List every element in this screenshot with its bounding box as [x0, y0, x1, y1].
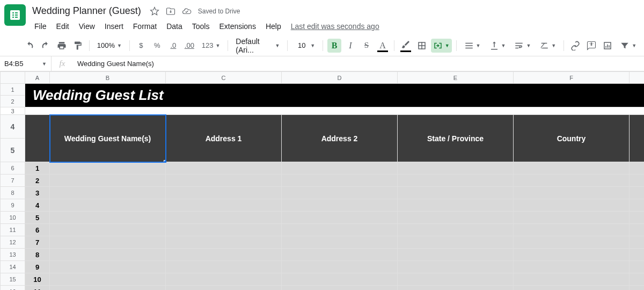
inc-decimal-button[interactable]: .00 [182, 39, 196, 53]
cell[interactable] [514, 187, 630, 199]
cell[interactable] [398, 286, 514, 291]
cell[interactable] [166, 199, 282, 212]
star-icon[interactable] [150, 6, 159, 16]
merge-cells-button[interactable]: ▼ [431, 39, 452, 53]
cell[interactable] [630, 199, 645, 212]
cell[interactable] [282, 273, 398, 286]
cell[interactable] [166, 162, 282, 175]
col-header-extra[interactable] [630, 72, 645, 84]
cell[interactable] [166, 187, 282, 199]
cloud-saved-icon[interactable] [182, 6, 192, 16]
italic-button[interactable]: I [343, 39, 357, 53]
col-header-D[interactable]: D [282, 72, 398, 84]
cell[interactable] [630, 236, 645, 249]
row-header-4[interactable]: 4 [1, 115, 25, 139]
chart-button[interactable] [601, 39, 614, 53]
borders-button[interactable] [415, 39, 429, 53]
cell[interactable] [25, 107, 645, 115]
menu-help[interactable]: Help [261, 20, 286, 33]
rotate-button[interactable]: ▼ [536, 39, 559, 53]
cell[interactable] [166, 175, 282, 187]
guest-num-cell[interactable]: 5 [25, 212, 50, 224]
cell[interactable] [50, 199, 166, 212]
row-header-8[interactable]: 8 [1, 187, 25, 199]
cell[interactable] [630, 175, 645, 187]
sheets-app-icon[interactable] [4, 4, 26, 26]
guest-num-cell[interactable]: 7 [25, 236, 50, 249]
col-header-E[interactable]: E [398, 72, 514, 84]
header-cell-names[interactable]: Wedding Guest Name(s) [50, 115, 166, 162]
font-size-select[interactable]: 10▼ [292, 39, 318, 53]
row-header-11[interactable]: 11 [1, 224, 25, 236]
cell[interactable] [282, 236, 398, 249]
cell[interactable] [398, 175, 514, 187]
guest-num-cell[interactable]: 9 [25, 261, 50, 273]
wrap-button[interactable]: ▼ [511, 39, 534, 53]
halign-button[interactable]: ▼ [461, 39, 484, 53]
cell[interactable] [514, 162, 630, 175]
cell[interactable] [630, 187, 645, 199]
cell[interactable] [166, 224, 282, 236]
cell[interactable] [282, 224, 398, 236]
menu-file[interactable]: File [30, 20, 51, 33]
header-cell-country[interactable]: Country [514, 115, 630, 162]
menu-format[interactable]: Format [129, 20, 161, 33]
cell[interactable] [50, 162, 166, 175]
strikethrough-button[interactable]: S [360, 39, 374, 53]
cell[interactable] [166, 236, 282, 249]
text-color-button[interactable]: A [376, 39, 390, 53]
move-icon[interactable] [166, 6, 175, 16]
cell[interactable] [630, 249, 645, 261]
cell[interactable] [398, 162, 514, 175]
col-header-B[interactable]: B [50, 72, 166, 84]
cell[interactable] [282, 175, 398, 187]
cell[interactable] [398, 212, 514, 224]
paint-format-button[interactable] [71, 39, 85, 53]
col-header-A[interactable]: A [25, 72, 50, 84]
menu-tools[interactable]: Tools [188, 20, 214, 33]
cell[interactable] [282, 199, 398, 212]
percent-button[interactable]: % [150, 39, 164, 53]
row-header-1[interactable]: 1 [1, 84, 25, 96]
cell[interactable] [630, 115, 645, 162]
cell[interactable] [50, 261, 166, 273]
row-header-13[interactable]: 13 [1, 249, 25, 261]
redo-button[interactable] [39, 39, 53, 53]
cell[interactable] [50, 286, 166, 291]
row-header-3[interactable]: 3 [1, 107, 25, 115]
cell[interactable] [166, 273, 282, 286]
cell[interactable] [398, 273, 514, 286]
cell[interactable] [630, 273, 645, 286]
cell[interactable] [630, 261, 645, 273]
header-cell-addr1[interactable]: Address 1 [166, 115, 282, 162]
cell[interactable] [514, 261, 630, 273]
cell[interactable] [398, 249, 514, 261]
number-format-select[interactable]: 123▼ [199, 39, 224, 53]
cell[interactable] [398, 261, 514, 273]
menu-extensions[interactable]: Extensions [215, 20, 260, 33]
zoom-select[interactable]: 100%▼ [94, 39, 125, 53]
cell[interactable] [166, 261, 282, 273]
sheet-title-cell[interactable]: Wedding Guest List [25, 84, 645, 107]
cell[interactable] [630, 212, 645, 224]
cell[interactable] [630, 286, 645, 291]
cell[interactable] [25, 115, 50, 162]
col-header-C[interactable]: C [166, 72, 282, 84]
cell[interactable] [50, 273, 166, 286]
cell[interactable] [398, 187, 514, 199]
row-header-15[interactable]: 15 [1, 273, 25, 286]
cell[interactable] [514, 175, 630, 187]
cell[interactable] [50, 224, 166, 236]
cell[interactable] [630, 162, 645, 175]
cell[interactable] [50, 212, 166, 224]
row-header-16[interactable]: 16 [1, 286, 25, 291]
bold-button[interactable]: B [327, 39, 341, 53]
cell[interactable] [398, 199, 514, 212]
filter-button[interactable]: ▼ [617, 39, 640, 53]
cell[interactable] [166, 249, 282, 261]
cell[interactable] [514, 273, 630, 286]
document-title[interactable]: Wedding Planner (Guest) [30, 4, 143, 18]
cell[interactable] [514, 249, 630, 261]
font-select[interactable]: Default (Ari...▼ [232, 39, 283, 53]
formula-input[interactable] [73, 60, 644, 68]
